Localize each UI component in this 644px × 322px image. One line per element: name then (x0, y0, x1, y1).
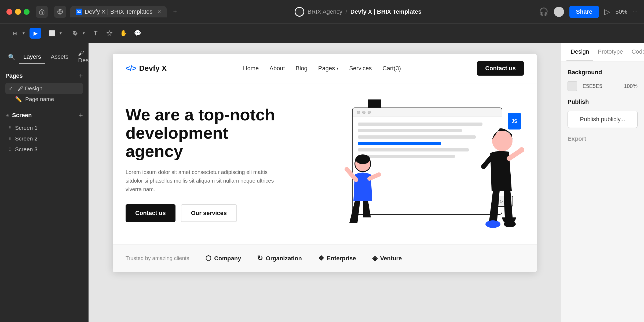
illus-dot-2 (362, 111, 365, 114)
right-tab-prototype[interactable]: Prototype (593, 43, 627, 61)
tab-title: Devfy X | BRIX Templates (85, 8, 152, 15)
titlebar-center: BRIX Agency / Devfy X | BRIX Templates (181, 7, 535, 17)
bg-color-swatch[interactable] (568, 81, 577, 91)
tab-favicon: DX (76, 9, 82, 15)
browser-tab[interactable]: DX Devfy X | BRIX Templates ✕ (70, 6, 167, 17)
publish-button[interactable]: Publish publicly... (568, 111, 638, 128)
toolbar: ⊞ ▾ ▶ ⬜ ▾ ▾ T ✋ 💬 (0, 24, 644, 43)
pages-section-header: Pages + (5, 72, 83, 80)
nav-services[interactable]: Services (349, 65, 372, 72)
illus-line-1 (358, 123, 482, 126)
canvas: </> Devfy X Home About Blog Pages ▾ Serv… (89, 43, 561, 322)
nav-about[interactable]: About (269, 65, 285, 72)
background-row: E5E5E5 100% (568, 81, 638, 91)
trust-logo-venture-label: Venture (380, 255, 402, 262)
sidebar-item-page-name[interactable]: ✏️ Page name (5, 94, 83, 105)
trust-logo-org-label: Organization (266, 255, 302, 262)
page-name-label: Page name (25, 96, 54, 102)
nav-pages[interactable]: Pages ▾ (318, 65, 338, 72)
titlebar: DX Devfy X | BRIX Templates ✕ + BRIX Age… (0, 0, 644, 24)
arrow-tool[interactable]: ▶ (30, 28, 41, 39)
right-panel: Design Prototype Code Background E5E5E5 … (561, 43, 644, 322)
hero-services-button[interactable]: Our services (181, 204, 237, 222)
tab-layers[interactable]: Layers (19, 51, 45, 64)
hand-tool[interactable]: ✋ (118, 28, 129, 39)
nav-blog[interactable]: Blog (296, 65, 308, 72)
screen-3-item[interactable]: ⠿ Screen 3 (5, 144, 83, 155)
svg-point-5 (356, 156, 370, 164)
screens-section: ⊞ Screen + ⠿ Screen 1 ⠿ Screen 2 ⠿ Scree… (0, 107, 88, 157)
new-tab-button[interactable]: + (173, 8, 177, 16)
breadcrumb-separator: / (346, 8, 347, 15)
main-layout: 🔍 Layers Assets 🖌 Design Pages + ✓ 🖌 Des… (0, 43, 644, 322)
user-avatar[interactable] (554, 7, 564, 17)
right-tab-design[interactable]: Design (566, 43, 593, 61)
breadcrumb-agency: BRIX Agency (308, 8, 342, 15)
screens-section-header: ⊞ Screen + (5, 111, 83, 119)
illus-line-2 (358, 129, 462, 132)
export-title: Export (568, 135, 638, 142)
svg-point-8 (485, 220, 500, 228)
comment-tool[interactable]: 💬 (131, 28, 143, 39)
close-dot[interactable] (6, 9, 12, 15)
background-section-title: Background (568, 69, 638, 76)
screen-1-item[interactable]: ⠿ Screen 1 (5, 123, 83, 133)
titlebar-right: 🎧 Share ▷ 50% ··· (539, 6, 638, 18)
search-icon[interactable]: 🔍 (5, 51, 18, 63)
trust-logo-enterprise-label: Enterprise (327, 255, 356, 262)
add-screen-button[interactable]: + (79, 111, 83, 119)
sidebar-item-design-page[interactable]: ✓ 🖌 Design (5, 83, 83, 94)
design-page-label: 🖌 Design (18, 85, 42, 92)
screen-2-item[interactable]: ⠿ Screen 2 (5, 133, 83, 144)
window-controls (6, 9, 30, 15)
breadcrumb-project: Devfy X | BRIX Templates (350, 8, 422, 15)
add-page-button[interactable]: + (79, 72, 83, 80)
nav-home[interactable]: Home (243, 65, 259, 72)
screen-1-label: Screen 1 (15, 125, 38, 131)
dropdown-icon: ▾ (336, 66, 338, 71)
frame-tool[interactable]: ⬜ (46, 28, 58, 39)
play-icon[interactable]: ▷ (604, 7, 610, 16)
home-button[interactable] (36, 6, 48, 18)
right-tab-code[interactable]: Code (627, 43, 644, 61)
export-section: Export (568, 135, 638, 142)
hero-section: We are a top-notch development agency Lo… (113, 83, 537, 244)
globe-icon-btn[interactable] (54, 6, 66, 18)
maximize-dot[interactable] (24, 9, 30, 15)
nav-cta-button[interactable]: Contact us (477, 61, 524, 76)
agency-avatar (295, 7, 304, 17)
website-nav: </> Devfy X Home About Blog Pages ▾ Serv… (113, 54, 537, 83)
check-icon: ✓ (9, 85, 13, 92)
bg-hex-value: E5E5E5 (583, 83, 602, 89)
headphones-icon[interactable]: 🎧 (539, 7, 548, 16)
trust-logo-company: ⬡ Company (205, 254, 241, 262)
website-logo: </> Devfy X (126, 64, 167, 73)
more-icon[interactable]: ··· (633, 8, 638, 15)
zoom-level: 50% (616, 8, 627, 15)
tab-close-icon[interactable]: ✕ (157, 9, 161, 15)
right-panel-tabs: Design Prototype Code (561, 43, 644, 61)
svg-point-1 (75, 32, 75, 33)
pen-tool[interactable] (69, 28, 81, 39)
right-panel-content: Background E5E5E5 100% Publish Publish p… (561, 61, 644, 150)
org-icon: ↻ (257, 254, 263, 262)
publish-section: Publish Publish publicly... (568, 98, 638, 128)
nav-cart[interactable]: Cart(3) (383, 65, 401, 72)
grid-tool[interactable]: ⊞ (9, 28, 21, 39)
text-tool[interactable]: T (90, 28, 101, 39)
trust-logo-venture: ◈ Venture (372, 254, 402, 262)
hero-contact-button[interactable]: Contact us (126, 204, 175, 222)
minimize-dot[interactable] (15, 9, 21, 15)
hero-illustration: JS ▷ _ (336, 99, 524, 228)
publish-title: Publish (568, 98, 638, 105)
tab-assets[interactable]: Assets (46, 51, 73, 64)
share-button[interactable]: Share (569, 6, 599, 18)
illus-dot-3 (368, 111, 371, 114)
hero-title: We are a top-notch development agency (126, 106, 281, 161)
enterprise-icon: ❖ (318, 254, 324, 262)
pages-section: Pages + ✓ 🖌 Design ✏️ Page name (0, 67, 88, 107)
component-tool[interactable] (104, 28, 115, 39)
sidebar-tabs: 🔍 Layers Assets 🖌 Design (0, 43, 88, 67)
screen-2-label: Screen 2 (15, 135, 38, 142)
trust-logo-company-label: Company (214, 255, 241, 262)
